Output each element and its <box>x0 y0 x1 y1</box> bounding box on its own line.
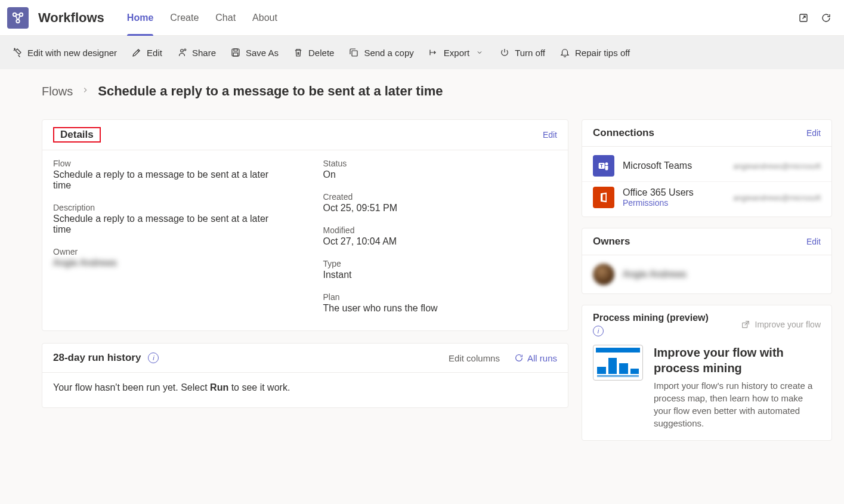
owners-title: Owners <box>593 236 630 248</box>
field-description: Description Schedule a reply to a messag… <box>53 203 287 235</box>
connections-header: Connections Edit <box>582 120 831 147</box>
cmd-label: Save As <box>246 48 279 58</box>
cmd-label: Share <box>192 48 216 58</box>
refresh-icon[interactable] <box>820 12 832 24</box>
status-label: Status <box>323 159 558 168</box>
info-icon[interactable]: i <box>593 326 604 336</box>
owner-value: Angie Andrews <box>53 258 287 268</box>
flow-label: Flow <box>53 159 287 168</box>
svg-rect-7 <box>234 49 237 51</box>
owner-label: Owner <box>53 247 287 256</box>
export-button[interactable]: Export <box>428 47 485 58</box>
process-mining-body: Improve your flow with process mining Im… <box>582 339 831 440</box>
field-type: Type Instant <box>323 259 558 280</box>
details-edit-link[interactable]: Edit <box>543 130 557 140</box>
status-value: On <box>323 169 558 180</box>
connection-account: angieandrews@microsoft <box>733 162 821 171</box>
sparkle-icon <box>12 47 23 58</box>
desc-label: Description <box>53 203 287 212</box>
cmd-label: Edit with new designer <box>27 48 117 58</box>
svg-point-12 <box>605 162 608 165</box>
connection-account: angieandrews@microsoft <box>733 193 821 202</box>
save-icon <box>230 47 241 58</box>
details-title: Details <box>60 129 94 140</box>
connections-title: Connections <box>593 127 654 139</box>
owner-avatar <box>593 264 614 285</box>
cmd-label: Edit <box>147 48 162 58</box>
edit-new-designer-button[interactable]: Edit with new designer <box>12 47 117 58</box>
plan-value: The user who runs the flow <box>323 303 558 314</box>
type-value: Instant <box>323 270 558 280</box>
svg-rect-9 <box>352 51 357 56</box>
pencil-icon <box>131 47 142 58</box>
app-logo <box>7 7 29 29</box>
cmd-label: Delete <box>308 48 334 58</box>
connections-list: T Microsoft Teams angieandrews@microsoft… <box>582 147 831 217</box>
details-col-left: Flow Schedule a reply to a message to be… <box>53 159 287 314</box>
run-history-header: 28-day run history i Edit columns All ru… <box>42 344 568 372</box>
improve-flow-label: Improve your flow <box>755 320 821 330</box>
breadcrumb-current: Schedule a reply to a message to be sent… <box>98 84 443 99</box>
created-value: Oct 25, 09:51 PM <box>323 203 558 214</box>
all-runs-link[interactable]: All runs <box>514 353 557 363</box>
field-modified: Modified Oct 27, 10:04 AM <box>323 225 558 247</box>
improve-flow-link[interactable]: Improve your flow <box>741 320 821 330</box>
chevron-down-icon <box>474 47 485 58</box>
field-owner: Owner Angie Andrews <box>53 247 287 268</box>
process-mining-card: Process mining (preview) i Improve your … <box>582 305 832 441</box>
connection-item[interactable]: T Microsoft Teams angieandrews@microsoft <box>582 150 831 182</box>
run-history-card: 28-day run history i Edit columns All ru… <box>42 343 568 408</box>
repair-tips-button[interactable]: Repair tips off <box>559 47 630 58</box>
delete-button[interactable]: Delete <box>293 47 334 58</box>
details-header: Details Edit <box>42 120 568 150</box>
modified-label: Modified <box>323 225 558 235</box>
left-column: Details Edit Flow Schedule a reply to a … <box>42 119 568 408</box>
tab-chat[interactable]: Chat <box>207 0 244 36</box>
created-label: Created <box>323 192 558 202</box>
tab-home[interactable]: Home <box>119 0 162 36</box>
details-title-highlight: Details <box>53 127 101 143</box>
owners-header: Owners Edit <box>582 228 831 255</box>
plan-label: Plan <box>323 292 558 302</box>
send-copy-button[interactable]: Send a copy <box>348 47 413 58</box>
empty-text-bold: Run <box>210 382 228 392</box>
popout-icon[interactable] <box>797 12 809 24</box>
svg-rect-8 <box>233 53 238 56</box>
export-icon <box>428 47 439 58</box>
open-icon <box>741 320 750 329</box>
teams-icon: T <box>593 155 614 177</box>
turn-off-button[interactable]: Turn off <box>499 47 545 58</box>
edit-button[interactable]: Edit <box>131 47 162 58</box>
refresh-icon <box>514 353 524 363</box>
info-icon[interactable]: i <box>148 353 159 363</box>
tab-about[interactable]: About <box>244 0 286 36</box>
tab-create[interactable]: Create <box>162 0 207 36</box>
owner-name: Angie Andrews <box>623 269 687 280</box>
empty-text-post: to see it work. <box>228 382 290 392</box>
owner-item[interactable]: Angie Andrews <box>582 255 831 293</box>
share-button[interactable]: Share <box>177 47 216 58</box>
workflows-icon <box>11 11 24 24</box>
owners-edit-link[interactable]: Edit <box>806 237 821 246</box>
details-body: Flow Schedule a reply to a message to be… <box>42 150 568 330</box>
right-column: Connections Edit T Microsoft Teams angie… <box>582 119 832 441</box>
connections-edit-link[interactable]: Edit <box>806 128 821 138</box>
svg-point-4 <box>181 50 184 52</box>
run-history-empty: Your flow hasn't been run yet. Select Ru… <box>42 372 568 407</box>
save-as-button[interactable]: Save As <box>230 47 279 58</box>
edit-columns-link[interactable]: Edit columns <box>449 353 500 363</box>
breadcrumb-root[interactable]: Flows <box>42 85 73 98</box>
field-plan: Plan The user who runs the flow <box>323 292 558 314</box>
power-icon <box>499 47 510 58</box>
field-status: Status On <box>323 159 558 180</box>
connection-permissions-link[interactable]: Permissions <box>623 198 694 208</box>
share-icon <box>177 47 187 58</box>
process-mining-desc: Import your flow's run history to create… <box>654 379 821 429</box>
cmd-label: Send a copy <box>364 48 413 58</box>
connection-item[interactable]: Office 365 Users Permissions angieandrew… <box>582 182 831 213</box>
field-created: Created Oct 25, 09:51 PM <box>323 192 558 214</box>
connection-name: Microsoft Teams <box>623 160 692 171</box>
chevron-right-icon <box>81 86 89 97</box>
app-header: Workflows Home Create Chat About <box>0 0 844 36</box>
run-history-title: 28-day run history <box>53 352 141 364</box>
